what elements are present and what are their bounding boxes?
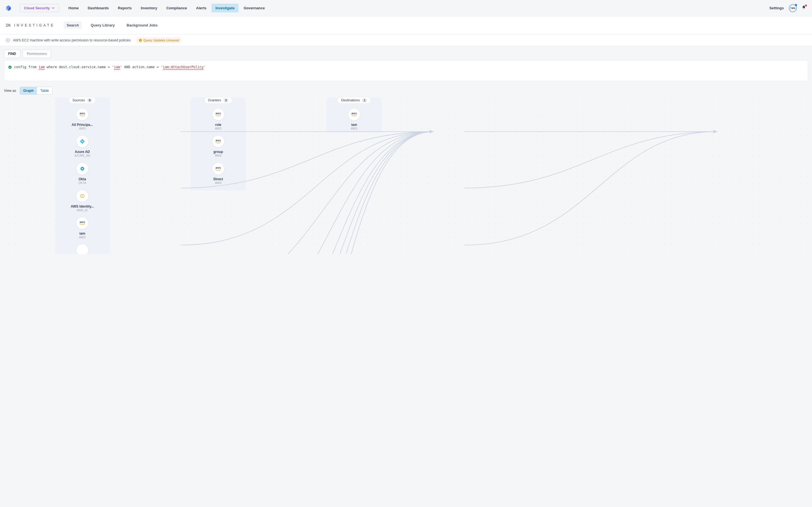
svg-point-3 [8, 24, 10, 26]
node-granter-direct[interactable]: aws Direct AWS [201, 163, 235, 184]
node-source-azure-ad[interactable]: Azure AD AZURE_AD [65, 135, 99, 157]
node-source-all-principals[interactable]: aws All Principa... AWS [65, 108, 99, 130]
investigate-icon [6, 23, 11, 27]
aws-identity-icon [80, 194, 85, 198]
nav-inventory[interactable]: Inventory [137, 4, 161, 12]
nav-reports[interactable]: Reports [114, 4, 136, 12]
node-source-aws-identity[interactable]: AWS Identity... AWS_IC [65, 190, 99, 212]
subnav-search[interactable]: Search [64, 21, 82, 29]
azure-icon [80, 139, 85, 144]
query-tab-permissions[interactable]: Permissions [22, 50, 51, 58]
valid-check-icon [8, 65, 12, 69]
subnav-query-library[interactable]: Query Library [88, 21, 117, 29]
node-source-iam[interactable]: aws iam AWS [65, 217, 99, 239]
column-destinations: Destinations 1 aws iam AWS [326, 98, 382, 132]
module-selector[interactable]: Cloud Security [20, 4, 59, 12]
notification-bell[interactable] [801, 5, 806, 11]
svg-text:aws: aws [80, 221, 85, 224]
aws-icon: aws [214, 112, 222, 117]
settings-link[interactable]: Settings [769, 6, 784, 10]
progress-badge[interactable]: 74% [789, 4, 797, 12]
view-graph[interactable]: Graph [20, 87, 37, 94]
nav-investigate[interactable]: Investigate [211, 4, 239, 12]
svg-text:aws: aws [216, 112, 221, 115]
node-source-more[interactable] [65, 244, 99, 254]
query-editor[interactable]: config from iam where dest.cloud.service… [4, 60, 808, 81]
unsaved-badge: Query Updates Unsaved [136, 38, 182, 43]
saved-query-name: AWS EC2 machine with write access permis… [13, 38, 131, 42]
query-text: config from iam where dest.cloud.service… [14, 65, 206, 69]
bell-icon [801, 5, 806, 10]
nav-governance[interactable]: Governance [240, 4, 269, 12]
svg-text:aws: aws [80, 112, 85, 115]
node-dest-iam[interactable]: aws iam AWS [337, 108, 371, 130]
aws-icon: aws [79, 221, 86, 226]
viewas-label: View as [4, 89, 16, 93]
nav-alerts[interactable]: Alerts [192, 4, 210, 12]
column-sources: Sources 9 aws All Principa... AWS Azure … [55, 98, 110, 254]
subnav-title: INVESTIGATE [14, 23, 55, 27]
destinations-header: Destinations 1 [338, 97, 371, 104]
module-label: Cloud Security [24, 6, 50, 10]
svg-point-9 [140, 41, 141, 41]
svg-text:aws: aws [216, 166, 221, 169]
nav-dashboards[interactable]: Dashboards [84, 4, 113, 12]
info-icon [139, 39, 142, 42]
node-granter-role[interactable]: aws role AWS [201, 108, 235, 130]
app-logo [6, 5, 11, 11]
svg-text:aws: aws [352, 112, 357, 115]
column-granters: Granters 3 aws role AWS aws group AWS aw… [191, 98, 246, 190]
view-table[interactable]: Table [37, 87, 52, 94]
aws-icon: aws [214, 139, 222, 144]
svg-point-18 [82, 195, 83, 196]
chevron-down-icon [52, 6, 55, 10]
sources-header: Sources 9 [69, 97, 96, 104]
graph-background [4, 96, 808, 254]
aws-icon: aws [214, 166, 222, 171]
nav-home[interactable]: Home [64, 4, 83, 12]
okta-icon [80, 166, 85, 171]
aws-icon: aws [350, 112, 358, 117]
granters-header: Granters 3 [204, 97, 232, 104]
svg-point-17 [82, 168, 83, 169]
svg-point-6 [7, 39, 8, 40]
svg-line-4 [10, 25, 10, 26]
user-icon [6, 38, 10, 43]
aws-icon: aws [79, 112, 86, 117]
node-source-okta[interactable]: Okta OKTA [65, 163, 99, 184]
svg-text:aws: aws [216, 139, 221, 142]
subnav-background-jobs[interactable]: Background Jobs [124, 21, 160, 29]
main-nav: Home Dashboards Reports Inventory Compli… [64, 4, 269, 12]
nav-compliance[interactable]: Compliance [162, 4, 191, 12]
query-tab-find[interactable]: FIND [4, 50, 20, 58]
node-granter-group[interactable]: aws group AWS [201, 135, 235, 157]
